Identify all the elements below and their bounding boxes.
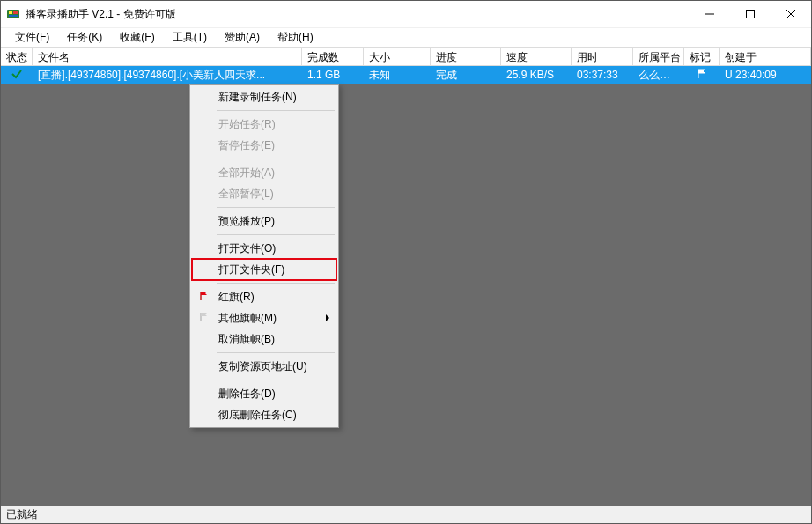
- col-progress[interactable]: 进度: [431, 48, 501, 65]
- menu-favorite[interactable]: 收藏(F): [111, 28, 163, 47]
- window-title: 播客录播助手 V2.1 - 免费许可版: [26, 7, 690, 22]
- content-area: [直播].[49374860].[49374860].[小美新人四天求... 1…: [1, 66, 811, 506]
- cm-sep: [217, 283, 335, 284]
- cm-label: 预览播放(P): [218, 214, 275, 229]
- flag-icon: [697, 69, 707, 82]
- col-status[interactable]: 状态: [1, 48, 33, 65]
- cm-copy-source-url[interactable]: 复制资源页地址(U): [192, 356, 336, 377]
- cm-label: 红旗(R): [218, 290, 255, 305]
- cm-delete-task[interactable]: 删除任务(D): [192, 383, 336, 404]
- svg-rect-2: [13, 11, 18, 14]
- cm-open-file[interactable]: 打开文件(O): [192, 238, 336, 259]
- cell-completed: 1.1 GB: [302, 69, 364, 81]
- maximize-button[interactable]: [730, 1, 771, 27]
- cell-size: 未知: [364, 68, 431, 83]
- table-header: 状态 文件名 完成数 大小 进度 速度 用时 所属平台 标记 创建于: [1, 47, 811, 66]
- menu-file[interactable]: 文件(F): [6, 28, 58, 47]
- check-icon: [11, 68, 23, 83]
- cm-label: 其他旗帜(M): [218, 311, 277, 326]
- cell-platform: 么么直播: [633, 68, 684, 83]
- cm-label: 全部暂停(L): [218, 187, 274, 202]
- cm-pause-all[interactable]: 全部暂停(L): [192, 183, 336, 204]
- cm-other-flags[interactable]: 其他旗帜(M): [192, 307, 336, 328]
- col-platform[interactable]: 所属平台: [633, 48, 684, 65]
- cell-filename: [直播].[49374860].[49374860].[小美新人四天求...: [33, 68, 302, 83]
- col-mark[interactable]: 标记: [684, 48, 720, 65]
- cm-cancel-flag[interactable]: 取消旗帜(B): [192, 328, 336, 350]
- col-speed[interactable]: 速度: [501, 48, 572, 65]
- cm-label: 取消旗帜(B): [218, 332, 275, 347]
- cm-delete-task-permanent[interactable]: 彻底删除任务(C): [192, 404, 336, 425]
- app-icon: [6, 7, 20, 21]
- submenu-arrow-icon: [326, 314, 329, 321]
- app-window: 播客录播助手 V2.1 - 免费许可版 文件(F) 任务(K) 收藏(F) 工具…: [0, 0, 812, 524]
- table-row[interactable]: [直播].[49374860].[49374860].[小美新人四天求... 1…: [1, 66, 811, 84]
- cell-created: U 23:40:09: [720, 69, 811, 81]
- cell-time: 03:37:33: [572, 69, 633, 81]
- cm-label: 开始任务(R): [218, 117, 276, 132]
- cm-label: 全部开始(A): [218, 166, 275, 181]
- titlebar: 播客录播助手 V2.1 - 免费许可版: [1, 1, 811, 27]
- menu-task[interactable]: 任务(K): [58, 28, 111, 47]
- cm-label: 打开文件(O): [218, 241, 276, 256]
- svg-rect-3: [9, 15, 18, 17]
- col-size[interactable]: 大小: [364, 48, 431, 65]
- menu-tools[interactable]: 工具(T): [164, 28, 216, 47]
- cm-pause-task[interactable]: 暂停任务(E): [192, 135, 336, 156]
- cm-new-record-task[interactable]: 新建录制任务(N): [192, 86, 336, 107]
- statusbar: 已就绪: [1, 506, 811, 523]
- cm-label: 彻底删除任务(C): [218, 408, 297, 423]
- cell-progress: 完成: [431, 68, 501, 83]
- close-button[interactable]: [771, 1, 811, 27]
- flag-red-icon: [199, 291, 210, 304]
- cm-red-flag[interactable]: 红旗(R): [192, 286, 336, 307]
- context-menu: 新建录制任务(N) 开始任务(R) 暂停任务(E) 全部开始(A) 全部暂停(L…: [189, 84, 339, 428]
- cm-label: 复制资源页地址(U): [218, 359, 307, 374]
- cm-sep: [217, 352, 335, 353]
- cm-open-folder[interactable]: 打开文件夹(F): [192, 259, 336, 280]
- cell-status: [1, 66, 33, 85]
- menu-sponsor[interactable]: 赞助(A): [216, 28, 269, 47]
- cm-sep: [217, 207, 335, 208]
- cm-label: 新建录制任务(N): [218, 90, 297, 105]
- col-time[interactable]: 用时: [572, 48, 633, 65]
- status-text: 已就绪: [6, 507, 38, 522]
- cm-sep: [217, 380, 335, 380]
- cm-start-task[interactable]: 开始任务(R): [192, 114, 336, 135]
- col-created[interactable]: 创建于: [720, 48, 811, 65]
- cell-speed: 25.9 KB/S: [501, 69, 572, 81]
- col-completed[interactable]: 完成数: [302, 48, 364, 65]
- menu-help[interactable]: 帮助(H): [269, 28, 322, 47]
- cell-mark: [684, 69, 720, 82]
- cm-start-all[interactable]: 全部开始(A): [192, 162, 336, 183]
- cm-sep: [217, 159, 335, 159]
- cm-label: 暂停任务(E): [218, 138, 275, 153]
- col-filename[interactable]: 文件名: [33, 48, 302, 65]
- flag-gray-icon: [199, 312, 210, 325]
- svg-rect-1: [9, 11, 12, 14]
- minimize-button[interactable]: [690, 1, 730, 27]
- cm-sep: [217, 110, 335, 111]
- window-controls: [690, 1, 811, 27]
- cm-label: 删除任务(D): [218, 387, 276, 402]
- cm-preview-play[interactable]: 预览播放(P): [192, 210, 336, 232]
- cm-sep: [217, 234, 335, 235]
- menubar: 文件(F) 任务(K) 收藏(F) 工具(T) 赞助(A) 帮助(H): [1, 27, 811, 47]
- cm-label: 打开文件夹(F): [218, 262, 284, 277]
- svg-rect-5: [747, 11, 755, 18]
